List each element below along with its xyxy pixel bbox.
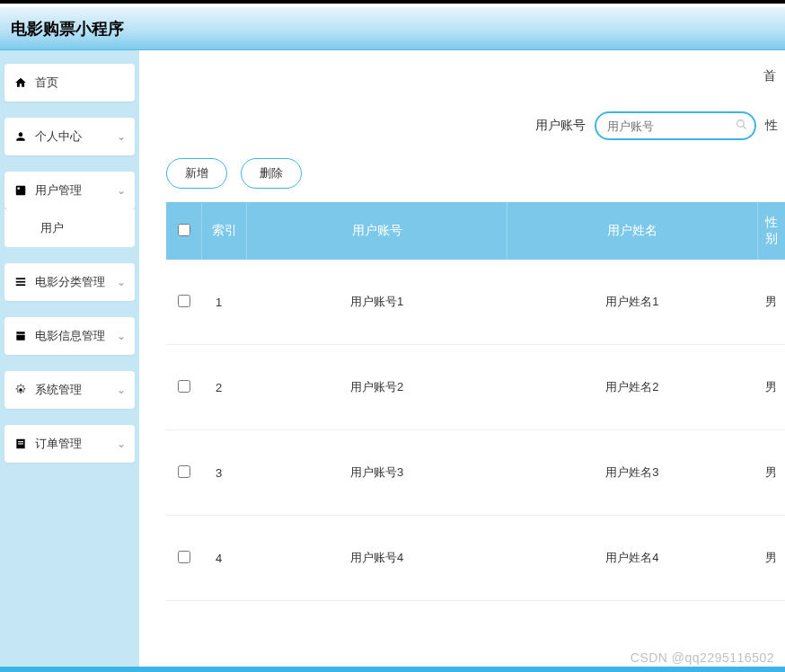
row-checkbox[interactable] [178,380,190,393]
sidebar-item-label: 系统管理 [35,382,117,398]
svg-rect-2 [16,278,26,279]
gear-icon [13,383,28,397]
search-label: 用户账号 [535,118,586,134]
person-icon [13,129,28,144]
action-row: 新增 删除 [166,158,785,189]
cell-account: 用户账号3 [247,430,507,516]
film-icon [13,329,28,343]
cell-gender: 男 [758,516,786,601]
search-input-wrap [595,111,756,140]
table-row: 1 用户账号1 用户姓名1 男 [166,260,785,345]
home-icon [13,75,28,90]
app-header: 电影购票小程序 [0,7,785,50]
search-row: 用户账号 性 [166,111,785,140]
sidebar: 首页 个人中心 ⌄ 用户管理 ⌄ 用户 电影分类管理 ⌄ [0,50,139,672]
cell-index: 3 [202,430,247,516]
search-input[interactable] [595,111,756,140]
delete-button[interactable]: 删除 [241,158,302,189]
row-checkbox[interactable] [178,465,190,478]
sidebar-item-orders[interactable]: 订单管理 ⌄ [4,425,135,463]
sidebar-item-system[interactable]: 系统管理 ⌄ [4,371,135,409]
row-checkbox[interactable] [178,551,190,563]
main-content: 首 用户账号 性 新增 删除 索引 [139,50,785,672]
sidebar-item-label: 电影信息管理 [35,328,117,344]
svg-line-10 [743,126,745,128]
svg-point-5 [19,388,22,392]
cell-gender: 男 [758,260,786,345]
cell-gender: 男 [758,345,786,430]
order-icon [13,437,28,451]
users-icon [13,183,28,198]
cell-name: 用户姓名4 [507,516,757,601]
sidebar-item-label: 用户管理 [35,182,117,199]
chevron-down-icon: ⌄ [117,130,126,143]
cell-name: 用户姓名2 [507,345,757,430]
sidebar-item-label: 订单管理 [35,436,117,452]
sidebar-item-category[interactable]: 电影分类管理 ⌄ [4,263,135,301]
sidebar-item-movie-info[interactable]: 电影信息管理 ⌄ [4,317,135,355]
sidebar-subitem-user[interactable]: 用户 [4,209,135,247]
table-header-index: 索引 [202,202,247,260]
sidebar-item-label: 首页 [35,75,126,91]
select-all-checkbox[interactable] [178,224,190,236]
table-header-name: 用户姓名 [507,202,757,260]
cell-gender: 男 [758,430,786,516]
search-icon [736,119,747,133]
svg-rect-0 [16,186,26,196]
table-row: 4 用户账号4 用户姓名4 男 [166,516,785,601]
cell-index: 1 [202,260,247,345]
table-header-gender: 性别 [758,202,786,260]
chevron-down-icon: ⌄ [117,384,126,396]
cell-account: 用户账号1 [247,260,507,345]
sidebar-item-label: 个人中心 [35,128,117,145]
cell-name: 用户姓名1 [507,260,757,345]
breadcrumb: 首 [166,68,785,84]
table-row: 3 用户账号3 用户姓名3 男 [166,430,785,516]
breadcrumb-text: 首 [763,68,776,83]
sidebar-item-users[interactable]: 用户管理 ⌄ [4,172,135,209]
bottom-edge [0,667,785,672]
chevron-down-icon: ⌄ [117,184,126,197]
svg-rect-4 [16,284,26,286]
svg-rect-8 [18,443,23,444]
sidebar-item-home[interactable]: 首页 [4,64,135,102]
watermark: CSDN @qq2295116502 [631,650,774,665]
svg-point-9 [737,120,745,128]
table-row: 2 用户账号2 用户姓名2 男 [166,345,785,430]
chevron-down-icon: ⌄ [117,330,126,342]
app-title: 电影购票小程序 [11,18,124,40]
data-table: 索引 用户账号 用户姓名 性别 1 用户账号1 用户姓名1 男 2 用户账号 [166,202,785,601]
svg-rect-1 [18,188,20,190]
cell-account: 用户账号2 [247,345,507,430]
sidebar-item-label: 电影分类管理 [35,274,117,290]
list-icon [13,275,28,289]
search-extra-label: 性 [765,118,778,134]
sidebar-subitem-label: 用户 [40,221,64,234]
table-header-row: 索引 用户账号 用户姓名 性别 [166,202,785,260]
cell-name: 用户姓名3 [507,430,757,516]
cell-account: 用户账号4 [247,516,507,601]
row-checkbox[interactable] [178,295,190,307]
table-header-account: 用户账号 [247,202,507,260]
svg-rect-7 [18,441,23,442]
chevron-down-icon: ⌄ [117,438,126,450]
svg-rect-3 [16,281,26,283]
add-button[interactable]: 新增 [166,158,227,189]
sidebar-item-profile[interactable]: 个人中心 ⌄ [4,118,135,155]
chevron-down-icon: ⌄ [117,276,126,288]
main-container: 首页 个人中心 ⌄ 用户管理 ⌄ 用户 电影分类管理 ⌄ [0,50,785,672]
cell-index: 2 [202,345,247,430]
cell-index: 4 [202,516,247,601]
table-header-check [166,202,202,260]
